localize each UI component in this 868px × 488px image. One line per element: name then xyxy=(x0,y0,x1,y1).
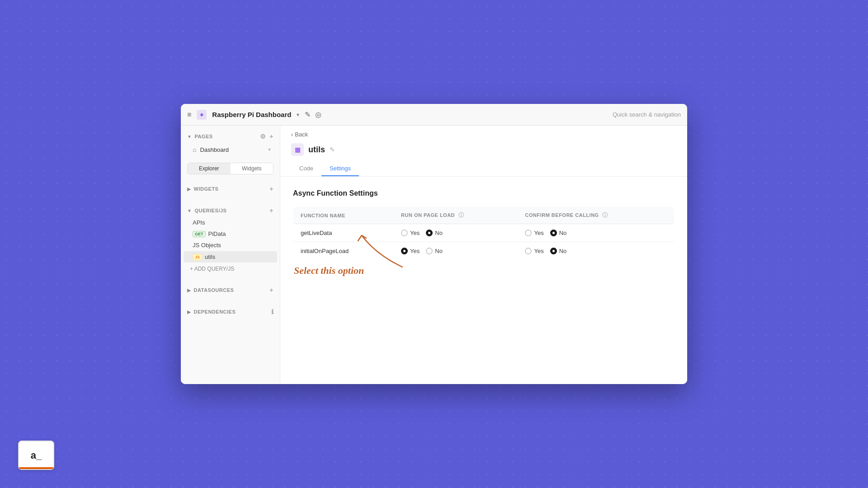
sidebar-item-js-objects[interactable]: JS Objects xyxy=(181,239,280,251)
pages-chevron-down: ▼ xyxy=(187,134,192,139)
confirm-info-icon: ⓘ xyxy=(602,212,608,218)
confirm-yes-getLiveData[interactable]: Yes xyxy=(525,230,543,236)
col-confirm-before: CONFIRM BEFORE CALLING ⓘ xyxy=(518,207,674,224)
confirm-yes-label2: Yes xyxy=(534,248,543,254)
back-chevron: ‹ xyxy=(291,131,293,138)
tab-widgets[interactable]: Widgets xyxy=(231,163,274,174)
confirm-no-initialOnPageLoad[interactable]: No xyxy=(550,248,567,254)
datasources-section: ▶ DATASOURCES + xyxy=(181,279,280,301)
datasources-section-header[interactable]: ▶ DATASOURCES + xyxy=(181,284,280,296)
datasources-label: DATASOURCES xyxy=(194,287,270,293)
tab-code[interactable]: Code xyxy=(291,161,321,176)
run-no-label2: No xyxy=(435,248,443,254)
page-title-row: ▦ utils ✎ xyxy=(291,143,676,156)
utils-icon: ▦ xyxy=(291,143,304,156)
confirm-no-label2: No xyxy=(559,248,567,254)
confirm-yes-circle-getLiveData xyxy=(525,230,532,236)
home-icon: ⌂ xyxy=(193,146,196,153)
confirm-no-circle-initialOnPageLoad xyxy=(550,248,557,254)
title-dropdown-icon[interactable]: ▾ xyxy=(297,112,299,118)
col-run-on-load: RUN ON PAGE LOAD ⓘ xyxy=(394,207,518,224)
confirm-no-getLiveData[interactable]: No xyxy=(550,230,567,236)
queries-chevron-down: ▼ xyxy=(187,208,192,213)
sidebar-item-dashboard[interactable]: ⌂ Dashboard ▾ xyxy=(184,143,277,156)
content-header: ‹ Back ▦ utils ✎ Code Settings xyxy=(280,126,687,177)
dashboard-label: Dashboard xyxy=(200,146,264,153)
confirm-yes-label: Yes xyxy=(534,230,543,236)
sidebar-tabs: Explorer Widgets xyxy=(187,163,274,174)
apis-label: APIs xyxy=(193,219,205,226)
edit-mode-icon[interactable]: ✎ xyxy=(305,110,311,119)
pages-section: ▼ PAGES ⚙ + ⌂ Dashboard ▾ xyxy=(181,126,280,161)
run-no-label: No xyxy=(435,230,443,236)
datasources-add-icon[interactable]: + xyxy=(269,286,274,294)
confirm-before-getLiveData: Yes No xyxy=(518,224,674,242)
run-on-load-getLiveData: Yes No xyxy=(394,224,518,242)
page-title: utils xyxy=(308,145,325,155)
dependencies-label: DEPENDENCIES xyxy=(194,309,271,314)
run-yes-getLiveData[interactable]: Yes xyxy=(401,230,420,236)
confirm-before-initialOnPageLoad: Yes No xyxy=(518,242,674,260)
terminal-badge: a_ xyxy=(18,441,54,470)
main-layout: ▼ PAGES ⚙ + ⌂ Dashboard ▾ Explorer Widge… xyxy=(181,126,687,384)
widgets-chevron-right: ▶ xyxy=(187,187,191,192)
annotation-overlay: Select this option xyxy=(294,265,364,277)
section-title: Async Function Settings xyxy=(293,189,675,197)
dependencies-chevron-right: ▶ xyxy=(187,310,191,314)
run-yes-circle-initialOnPageLoad xyxy=(401,248,408,254)
run-yes-label2: Yes xyxy=(410,248,420,254)
sidebar-item-apis[interactable]: APIs xyxy=(181,217,280,228)
preview-icon[interactable]: ◎ xyxy=(315,110,321,119)
confirm-yes-circle-initialOnPageLoad xyxy=(525,248,532,254)
annotation-text: Select this option xyxy=(294,265,364,277)
js-objects-label: JS Objects xyxy=(193,242,221,249)
queries-add-icon[interactable]: + xyxy=(269,207,274,214)
confirm-no-circle-getLiveData xyxy=(550,230,557,236)
sidebar-item-pidata[interactable]: GET PiData xyxy=(181,228,280,239)
search-label[interactable]: Quick search & navigation xyxy=(613,111,681,118)
queries-section-header[interactable]: ▼ QUERIES/JS + xyxy=(181,204,280,217)
dependencies-section: ▶ DEPENDENCIES ℹ xyxy=(181,301,280,323)
widgets-add-icon[interactable]: + xyxy=(269,185,274,192)
widgets-section-header[interactable]: ▶ WIDGETS + xyxy=(181,183,280,195)
content-tabs: Code Settings xyxy=(291,161,676,176)
pages-settings-icon[interactable]: ⚙ xyxy=(260,133,266,140)
page-edit-icon[interactable]: ✎ xyxy=(330,146,335,153)
add-query-button[interactable]: + ADD QUERY/JS xyxy=(181,263,280,275)
app-icon: ◈ xyxy=(197,110,207,120)
pages-section-label: PAGES xyxy=(194,134,259,139)
terminal-text: a_ xyxy=(31,450,42,461)
sidebar: ▼ PAGES ⚙ + ⌂ Dashboard ▾ Explorer Widge… xyxy=(181,126,280,384)
tab-explorer[interactable]: Explorer xyxy=(188,163,231,174)
widgets-section: ▶ WIDGETS + xyxy=(181,178,280,200)
table-row: initialOnPageLoad Yes No xyxy=(293,242,675,260)
run-radio-group-initialOnPageLoad: Yes No xyxy=(401,248,510,254)
pages-section-header[interactable]: ▼ PAGES ⚙ + xyxy=(181,130,280,143)
content-area: ‹ Back ▦ utils ✎ Code Settings Async Fun… xyxy=(280,126,687,384)
run-yes-label: Yes xyxy=(410,230,420,236)
confirm-no-label: No xyxy=(559,230,567,236)
sidebar-item-utils[interactable]: JS utils xyxy=(184,251,277,263)
pages-add-icon[interactable]: + xyxy=(269,133,274,140)
js-badge: JS xyxy=(193,254,202,260)
app-window: ≡ ◈ Raspberry Pi Dashboard ▾ ✎ ◎ Quick s… xyxy=(181,104,687,384)
settings-table: FUNCTION NAME RUN ON PAGE LOAD ⓘ CONFIRM… xyxy=(293,206,675,260)
terminal-badge-bar xyxy=(19,467,53,469)
menu-icon[interactable]: ≡ xyxy=(187,111,191,119)
tab-settings[interactable]: Settings xyxy=(321,161,359,176)
run-on-load-initialOnPageLoad: Yes No xyxy=(394,242,518,260)
dependencies-section-header[interactable]: ▶ DEPENDENCIES ℹ xyxy=(181,305,280,318)
run-info-icon: ⓘ xyxy=(458,212,464,218)
confirm-yes-initialOnPageLoad[interactable]: Yes xyxy=(525,248,543,254)
confirm-radio-group-getLiveData: Yes No xyxy=(525,230,667,236)
get-badge: GET xyxy=(193,231,206,237)
run-yes-initialOnPageLoad[interactable]: Yes xyxy=(401,248,420,254)
table-row: getLiveData Yes No xyxy=(293,224,675,242)
run-no-initialOnPageLoad[interactable]: No xyxy=(426,248,443,254)
back-link[interactable]: ‹ Back xyxy=(291,131,676,138)
utils-label: utils xyxy=(205,253,215,260)
run-no-getLiveData[interactable]: No xyxy=(426,230,443,236)
confirm-radio-group-initialOnPageLoad: Yes No xyxy=(525,248,667,254)
run-no-circle-getLiveData xyxy=(426,230,433,236)
queries-section: ▼ QUERIES/JS + APIs GET PiData JS Object… xyxy=(181,200,280,279)
